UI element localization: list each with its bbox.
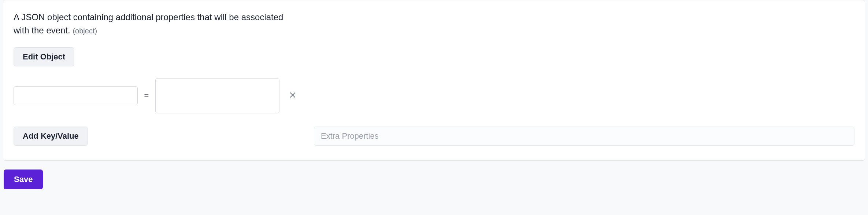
save-button[interactable]: Save: [4, 170, 43, 189]
extra-properties-input[interactable]: [314, 127, 854, 146]
value-input[interactable]: [155, 78, 279, 113]
type-hint: (object): [73, 27, 97, 35]
key-input[interactable]: [14, 86, 138, 105]
left-column: A JSON object containing additional prop…: [14, 11, 299, 146]
edit-object-button[interactable]: Edit Object: [14, 47, 74, 66]
close-icon[interactable]: [286, 91, 299, 100]
equals-sign: =: [144, 91, 149, 101]
right-column: [314, 11, 854, 146]
object-editor-card: A JSON object containing additional prop…: [3, 0, 865, 161]
add-key-value-button[interactable]: Add Key/Value: [14, 127, 88, 146]
description-text: A JSON object containing additional prop…: [14, 12, 283, 35]
kv-row: =: [14, 78, 299, 113]
footer: Save: [0, 164, 868, 196]
field-description: A JSON object containing additional prop…: [14, 11, 299, 37]
